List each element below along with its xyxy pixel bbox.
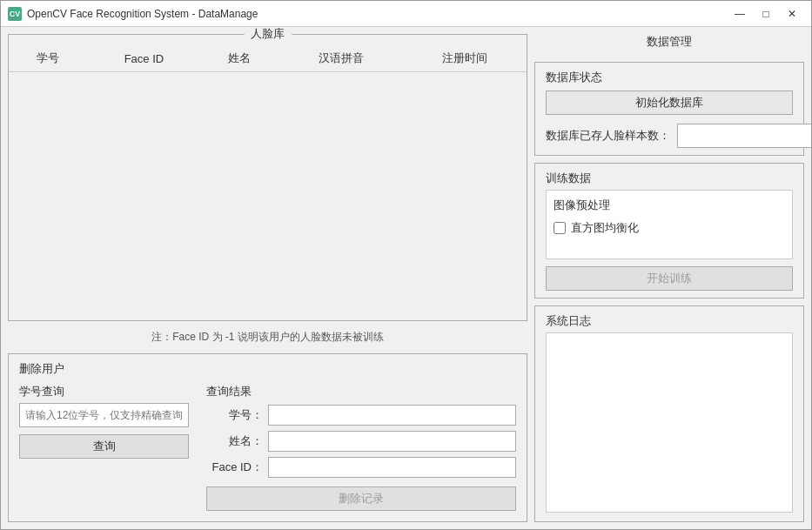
face-table-header: 学号 Face ID 姓名 汉语拼音 注册时间 [9, 45, 527, 72]
result-label-faceid: Face ID： [206, 460, 263, 475]
histogram-row: 直方图均衡化 [554, 220, 785, 236]
main-content: 人脸库 学号 Face ID 姓名 汉语拼音 注册时间 [1, 27, 811, 529]
sample-count-label: 数据库已存人脸样本数： [546, 128, 670, 144]
delete-user-title: 删除用户 [19, 361, 516, 377]
delete-record-button[interactable]: 删除记录 [206, 486, 516, 511]
face-db-legend: 人脸库 [244, 27, 292, 42]
sample-count-input [677, 124, 811, 148]
histogram-label: 直方图均衡化 [571, 220, 639, 236]
delete-user-section: 删除用户 学号查询 查询 查询结果 学号： [8, 353, 527, 522]
result-name[interactable] [268, 431, 516, 452]
query-button[interactable]: 查询 [19, 434, 189, 459]
col-reg-time: 注册时间 [403, 45, 527, 72]
train-section-label: 训练数据 [546, 171, 793, 186]
close-button[interactable]: ✕ [780, 5, 804, 23]
student-id-input[interactable] [19, 403, 189, 427]
log-section: 系统日志 [534, 305, 804, 522]
right-panel: 数据管理 数据库状态 初始化数据库 数据库已存人脸样本数： 训练数据 图像预处理… [534, 34, 804, 522]
note-bar: 注：Face ID 为 -1 说明该用户的人脸数据未被训练 [8, 326, 527, 348]
result-row-student-id: 学号： [206, 405, 516, 426]
histogram-checkbox[interactable] [554, 222, 566, 234]
start-train-button[interactable]: 开始训练 [546, 266, 793, 291]
right-title: 数据管理 [534, 34, 804, 50]
window-title: OpenCV Face Recognition System - DataMan… [27, 8, 728, 20]
log-box [546, 332, 793, 513]
window-controls: — □ ✕ [728, 5, 804, 23]
title-bar: CV OpenCV Face Recognition System - Data… [1, 1, 811, 27]
main-window: CV OpenCV Face Recognition System - Data… [0, 0, 812, 530]
minimize-button[interactable]: — [728, 5, 752, 23]
result-label-name: 姓名： [206, 433, 263, 449]
face-db-panel: 人脸库 学号 Face ID 姓名 汉语拼音 注册时间 [8, 34, 527, 321]
face-table: 学号 Face ID 姓名 汉语拼音 注册时间 [9, 45, 527, 72]
db-status-label: 数据库状态 [546, 70, 793, 85]
init-db-button[interactable]: 初始化数据库 [546, 91, 793, 115]
left-panel: 人脸库 学号 Face ID 姓名 汉语拼音 注册时间 [8, 34, 527, 522]
query-section: 学号查询 查询 [19, 384, 189, 511]
result-row-name: 姓名： [206, 431, 516, 452]
result-faceid[interactable] [268, 457, 516, 478]
result-label-student-id: 学号： [206, 407, 263, 423]
result-student-id[interactable] [268, 405, 516, 426]
col-pinyin: 汉语拼音 [279, 45, 403, 72]
result-title: 查询结果 [206, 384, 516, 399]
result-row-faceid: Face ID： [206, 457, 516, 478]
log-label: 系统日志 [546, 313, 793, 329]
query-label: 学号查询 [19, 384, 189, 399]
maximize-button[interactable]: □ [754, 5, 778, 23]
col-student-id: 学号 [9, 45, 88, 72]
img-preprocess-box: 图像预处理 直方图均衡化 [546, 190, 793, 259]
app-icon: CV [8, 7, 22, 21]
result-section: 查询结果 学号： 姓名： Face ID： 删 [206, 384, 516, 511]
col-face-id: Face ID [88, 45, 200, 72]
train-section: 训练数据 图像预处理 直方图均衡化 开始训练 [534, 163, 804, 299]
face-table-container: 学号 Face ID 姓名 汉语拼音 注册时间 [9, 45, 527, 320]
img-preprocess-title: 图像预处理 [554, 198, 785, 213]
db-status-section: 数据库状态 初始化数据库 数据库已存人脸样本数： [534, 62, 804, 156]
sample-count-row: 数据库已存人脸样本数： [546, 124, 793, 148]
col-name: 姓名 [200, 45, 279, 72]
bottom-inner: 学号查询 查询 查询结果 学号： 姓名： [19, 384, 516, 511]
